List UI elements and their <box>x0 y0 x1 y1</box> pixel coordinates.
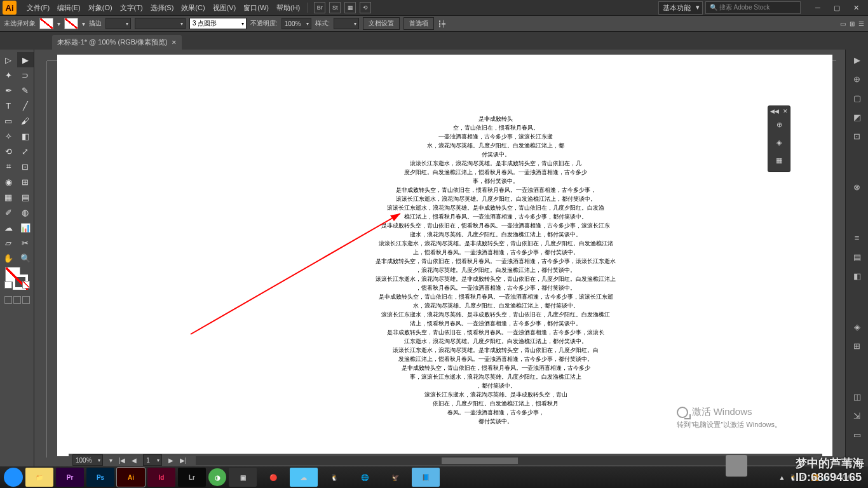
perspective-tool[interactable]: ⊞ <box>17 174 34 189</box>
opacity-dropdown[interactable]: 100% <box>281 18 312 29</box>
workspace-dropdown[interactable]: 基本功能 <box>658 1 703 15</box>
graphic-styles-icon[interactable]: ⊞ <box>851 339 864 352</box>
menu-window[interactable]: 窗口(W) <box>240 3 273 13</box>
mesh-tool[interactable]: ▦ <box>0 189 17 205</box>
tab-close-icon[interactable]: ✕ <box>172 39 177 46</box>
stroke-width-dropdown[interactable] <box>105 18 131 29</box>
artboard-tool[interactable]: ▱ <box>0 235 17 250</box>
menu-type[interactable]: 文字(T) <box>116 3 147 13</box>
pen-tool[interactable]: ✒ <box>0 83 17 98</box>
properties-panel-icon[interactable]: ▶ <box>851 53 864 66</box>
prefs-button[interactable]: 首选项 <box>403 17 434 30</box>
gradient-panel-icon[interactable]: ▤ <box>851 250 864 263</box>
taskbar-browser-icon[interactable] <box>4 468 23 487</box>
taskbar-app3-icon[interactable]: 🔴 <box>259 468 287 487</box>
width-tool[interactable]: ⌗ <box>0 159 17 174</box>
prefs-icon[interactable]: ┇┿ <box>438 20 445 27</box>
gradient-tool[interactable]: ▤ <box>17 189 34 205</box>
transform-icon[interactable]: ⊞ <box>850 20 855 27</box>
panel-collapse-icon[interactable]: ◀◀ <box>770 108 779 114</box>
horizontal-scrollbar[interactable] <box>196 456 811 465</box>
arrange-icon[interactable]: ▦ <box>344 2 356 13</box>
maximize-button[interactable]: ▢ <box>827 1 846 14</box>
document-tab[interactable]: 未标题-1* @ 100% (RGB/像素预览) ✕ <box>52 35 182 50</box>
panel-close-icon[interactable]: ✕ <box>783 108 788 114</box>
taskbar-app2-icon[interactable]: ▣ <box>229 468 257 487</box>
search-stock-input[interactable]: 🔍 搜索 Adobe Stock <box>705 1 801 14</box>
minimize-button[interactable]: ─ <box>808 1 827 14</box>
panel-swatch-icon[interactable]: ▦ <box>770 152 788 168</box>
blend-tool[interactable]: ◍ <box>17 205 34 220</box>
zoom-dropdown[interactable]: 100% <box>72 454 103 466</box>
menu-effect[interactable]: 效果(C) <box>177 3 208 13</box>
artboards-panel-icon[interactable]: ▭ <box>851 428 864 441</box>
nav-next-icon[interactable]: ▶ <box>168 457 173 464</box>
scale-tool[interactable]: ⤢ <box>17 144 34 159</box>
stroke-panel-icon[interactable]: ≡ <box>851 231 864 244</box>
align-icon[interactable]: ▭ <box>840 20 846 27</box>
taskbar-indesign-icon[interactable]: Id <box>147 468 175 487</box>
style-dropdown[interactable] <box>334 18 359 29</box>
menu-select[interactable]: 选择(S) <box>147 3 178 13</box>
type-tool[interactable]: T <box>0 98 17 113</box>
nav-last-icon[interactable]: ▶| <box>180 457 187 464</box>
shaper-tool[interactable]: ✧ <box>0 128 17 144</box>
slice-tool[interactable]: ✂ <box>17 235 34 250</box>
zoom-tool[interactable]: 🔍 <box>17 250 34 266</box>
symbols-panel-icon[interactable]: ⊡ <box>851 130 864 142</box>
hand-tool[interactable]: ✋ <box>0 250 17 266</box>
fill-swatch[interactable] <box>39 18 53 29</box>
line-tool[interactable]: ╱ <box>17 98 34 113</box>
curvature-tool[interactable]: ✎ <box>17 83 34 98</box>
symbol-tool[interactable]: ☁ <box>0 220 17 235</box>
taskbar-app1-icon[interactable]: ◑ <box>208 468 226 486</box>
brush-dropdown[interactable]: 3 点圆形 <box>189 18 247 29</box>
taskbar-lightroom-icon[interactable]: Lr <box>178 468 206 487</box>
taskbar-app4-icon[interactable]: ☁ <box>290 468 318 487</box>
selection-tool[interactable]: ▷ <box>0 52 17 67</box>
bridge-icon[interactable]: Br <box>314 2 325 13</box>
brushes-panel-icon[interactable]: ◩ <box>851 111 864 123</box>
taskbar-illustrator-icon[interactable]: Ai <box>117 468 145 487</box>
nav-first-icon[interactable]: |◀ <box>119 457 126 464</box>
taskbar-app5-icon[interactable]: 🦅 <box>381 468 409 487</box>
eyedropper-tool[interactable]: ✐ <box>0 205 17 220</box>
artboard-canvas[interactable]: 是非成败转头空，青山依旧在，惯看秋月春风。一壶浊酒喜相逢，古今多少事，滚滚长江东… <box>57 55 832 456</box>
swatches-panel-icon[interactable]: ▢ <box>851 92 864 104</box>
rectangle-tool[interactable]: ▭ <box>0 113 17 128</box>
taskbar-app6-icon[interactable]: 📘 <box>412 468 440 487</box>
graph-tool[interactable]: 📊 <box>17 220 34 235</box>
tray-up-icon[interactable]: ▲ <box>779 474 785 481</box>
lasso-tool[interactable]: ⊃ <box>17 67 34 83</box>
taskbar-premiere-icon[interactable]: Pr <box>56 468 84 487</box>
magic-wand-tool[interactable]: ✦ <box>0 67 17 83</box>
panel-color-icon[interactable]: ⊕ <box>770 116 788 133</box>
layers-panel-icon[interactable]: ◫ <box>851 390 864 403</box>
doc-setup-button[interactable]: 文档设置 <box>363 17 400 30</box>
eraser-tool[interactable]: ◧ <box>17 128 34 144</box>
cc-libraries-icon[interactable]: ⊗ <box>851 180 864 193</box>
stroke-profile-dropdown[interactable] <box>135 18 186 29</box>
free-transform-tool[interactable]: ⊡ <box>17 159 34 174</box>
gpu-icon[interactable]: ⟲ <box>360 2 371 13</box>
close-button[interactable]: ✕ <box>846 1 865 14</box>
taskbar-chrome-icon[interactable]: 🌐 <box>351 468 379 487</box>
transparency-panel-icon[interactable]: ◧ <box>851 269 864 282</box>
appearance-panel-icon[interactable]: ◈ <box>851 320 864 333</box>
direct-selection-tool[interactable]: ▶ <box>17 52 34 67</box>
asset-export-icon[interactable]: ⇲ <box>851 409 864 422</box>
taskbar-qq-icon[interactable]: 🐧 <box>320 468 348 487</box>
menu-icon[interactable]: ☰ <box>858 20 864 27</box>
floating-panel[interactable]: ◀◀✕ ⊕ ◈ ▦ <box>768 105 790 172</box>
menu-view[interactable]: 视图(V) <box>209 3 240 13</box>
screen-mode-icons[interactable] <box>0 296 34 311</box>
vertical-ruler[interactable] <box>34 61 47 458</box>
menu-edit[interactable]: 编辑(E) <box>53 3 85 13</box>
artboard-nav-input[interactable]: 1 <box>143 454 162 466</box>
color-panel-icon[interactable]: ⊕ <box>851 72 864 85</box>
menu-object[interactable]: 对象(O) <box>85 3 116 13</box>
menu-file[interactable]: 文件(F) <box>23 3 53 13</box>
panel-guide-icon[interactable]: ◈ <box>770 134 788 151</box>
taskbar-photoshop-icon[interactable]: Ps <box>86 468 114 487</box>
nav-prev-icon[interactable]: ◀ <box>132 457 137 464</box>
